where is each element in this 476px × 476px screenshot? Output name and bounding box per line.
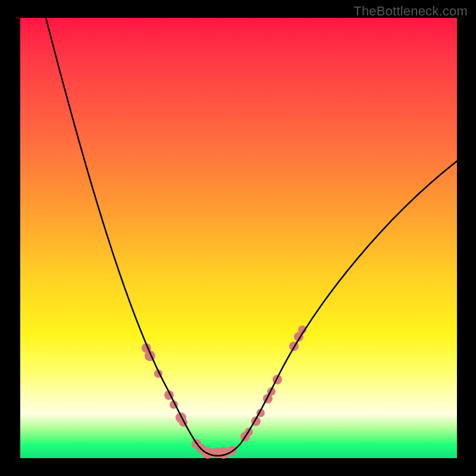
markers-group <box>142 325 306 459</box>
chart-svg <box>20 18 457 458</box>
bottleneck-curve <box>44 11 458 456</box>
plot-area <box>20 18 457 458</box>
chart-frame: TheBottleneck.com <box>0 0 476 476</box>
watermark-text: TheBottleneck.com <box>353 4 468 19</box>
